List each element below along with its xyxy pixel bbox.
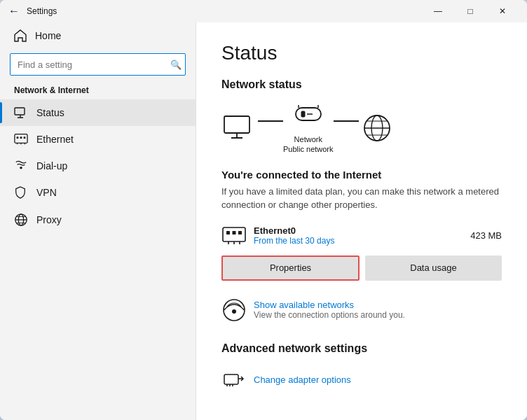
computer-device [221, 113, 258, 143]
change-adapter-label: Change adapter options [254, 374, 351, 385]
data-usage-button[interactable]: Data usage [365, 255, 502, 281]
page-title: Status [221, 42, 502, 64]
sidebar-item-home[interactable]: Home [0, 22, 196, 49]
svg-rect-17 [238, 231, 242, 234]
proxy-icon [14, 213, 28, 227]
svg-point-5 [20, 167, 22, 169]
router-device: Network Public network [283, 102, 334, 155]
sidebar-item-dialup[interactable]: Dial-up [0, 153, 196, 179]
status-icon [14, 106, 28, 119]
show-networks-title: Show available networks [254, 300, 405, 310]
svg-rect-15 [226, 231, 230, 234]
ethernet-sub: From the last 30 days [254, 236, 334, 246]
network-diagram: Network Public network [221, 102, 502, 155]
internet-device [359, 113, 395, 143]
search-icon: 🔍 [170, 59, 182, 70]
properties-button[interactable]: Properties [221, 255, 360, 281]
globe-icon [359, 113, 395, 143]
settings-window: ← Settings — □ ✕ Home 🔍 Netwo [0, 0, 527, 420]
search-box: 🔍 [10, 53, 186, 76]
svg-rect-8 [224, 116, 249, 133]
network-label: Network Public network [283, 134, 334, 155]
sidebar: Home 🔍 Network & Internet Status [0, 22, 196, 420]
sidebar-item-ethernet[interactable]: Ethernet [0, 126, 196, 153]
svg-rect-3 [20, 136, 22, 139]
window-controls: — □ ✕ [422, 0, 519, 22]
computer-icon [221, 113, 258, 143]
main-content: Status Network status [196, 22, 527, 420]
advanced-title: Advanced network settings [221, 342, 502, 355]
sidebar-item-proxy[interactable]: Proxy [0, 206, 196, 234]
net-line-1 [258, 120, 283, 122]
connection-title: You're connected to the Internet [221, 169, 502, 181]
minimize-button[interactable]: — [422, 0, 454, 22]
sidebar-section-title: Network & Internet [0, 83, 196, 99]
show-networks-info: Show available networks View the connect… [254, 300, 405, 320]
sidebar-item-ethernet-label: Ethernet [36, 134, 74, 145]
connection-desc: If you have a limited data plan, you can… [221, 185, 502, 212]
svg-rect-16 [233, 231, 236, 234]
router-icon [290, 102, 327, 132]
close-button[interactable]: ✕ [486, 0, 519, 22]
ethernet-left: Ethernet0 From the last 30 days [221, 223, 334, 248]
title-bar-left: ← Settings [8, 5, 57, 18]
dialup-icon [14, 160, 28, 172]
action-buttons: Properties Data usage [221, 255, 502, 281]
search-input[interactable] [10, 53, 186, 76]
ethernet-card-icon [221, 223, 247, 248]
ethernet-size: 423 MB [470, 230, 502, 241]
sidebar-item-proxy-label: Proxy [36, 214, 62, 225]
maximize-button[interactable]: □ [454, 0, 486, 22]
ethernet-info: Ethernet0 From the last 30 days [254, 225, 334, 246]
home-label: Home [35, 30, 61, 41]
net-line-2 [334, 120, 359, 122]
svg-rect-20 [224, 374, 238, 384]
content-area: Home 🔍 Network & Internet Status [0, 22, 527, 420]
change-adapter-icon [221, 368, 247, 393]
show-networks-icon [221, 298, 247, 323]
svg-rect-4 [24, 136, 26, 139]
sidebar-item-vpn-label: VPN [36, 187, 57, 198]
sidebar-item-status-label: Status [36, 107, 64, 118]
sidebar-item-vpn[interactable]: VPN [0, 179, 196, 206]
change-adapter-item[interactable]: Change adapter options [221, 365, 502, 396]
svg-rect-1 [15, 134, 27, 144]
sidebar-item-status[interactable]: Status [0, 99, 196, 126]
svg-rect-10 [301, 111, 305, 117]
window-title: Settings [27, 6, 57, 16]
ethernet-card: Ethernet0 From the last 30 days 423 MB [221, 223, 502, 248]
show-networks-sub: View the connection options around you. [254, 310, 405, 320]
network-status-title: Network status [221, 78, 502, 91]
vpn-icon [14, 186, 28, 199]
sidebar-item-dialup-label: Dial-up [36, 160, 67, 172]
svg-rect-2 [17, 136, 19, 139]
svg-rect-0 [15, 108, 25, 115]
ethernet-name: Ethernet0 [254, 225, 334, 236]
show-networks[interactable]: Show available networks View the connect… [221, 295, 502, 326]
ethernet-sidebar-icon [14, 133, 28, 146]
title-bar: ← Settings — □ ✕ [0, 0, 527, 22]
back-button[interactable]: ← [8, 5, 20, 18]
svg-point-19 [232, 309, 236, 314]
home-icon [14, 29, 27, 42]
